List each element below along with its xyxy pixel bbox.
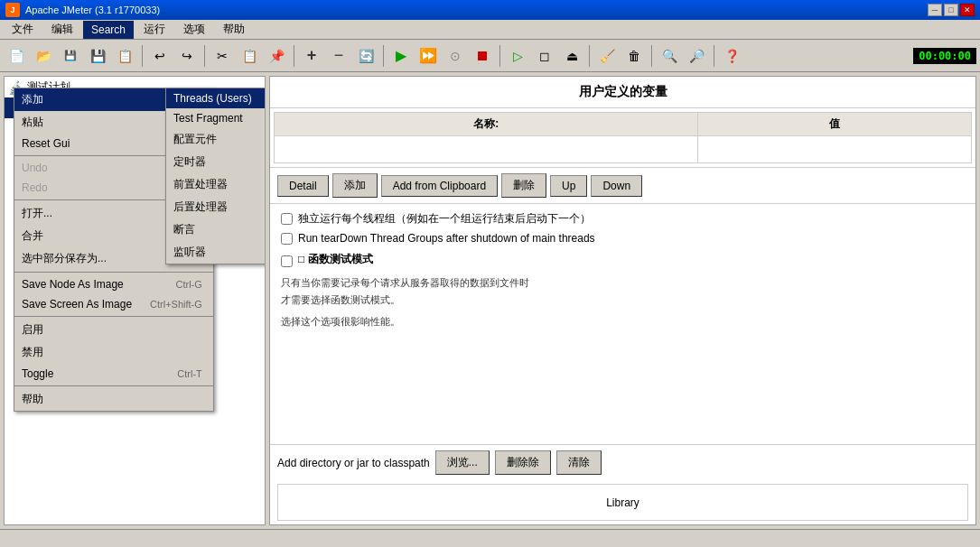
toolbar-start-no-pause[interactable]: ⏩ (415, 43, 441, 69)
action-buttons-row: Detail 添加 Add from Clipboard 删除 Up Down (270, 167, 975, 204)
delete-button[interactable]: 删除 (501, 173, 546, 198)
detail-button[interactable]: Detail (277, 175, 329, 197)
toolbar-save[interactable]: 💾 (85, 43, 110, 69)
toolbar-sep2 (204, 45, 205, 67)
menu-options[interactable]: 选项 (175, 19, 213, 40)
ctx1-sep5 (14, 385, 213, 386)
ctx1-toggle[interactable]: Toggle Ctrl-T (14, 364, 213, 384)
functional-mode-desc2: 才需要选择函数测试模式。 (281, 293, 965, 307)
ctx1-undo-label: Undo (22, 162, 48, 174)
ctx1-save-screen-shortcut: Ctrl+Shift-G (150, 299, 202, 310)
functional-mode-title: □ 函数测试模式 (298, 252, 373, 267)
toolbar-sep6 (589, 45, 590, 67)
ctx1-save-screen[interactable]: Save Screen As Image Ctrl+Shift-G (14, 294, 213, 314)
toolbar-remote-exit[interactable]: ⏏ (559, 43, 584, 69)
close-button[interactable]: ✕ (960, 4, 975, 16)
up-button[interactable]: Up (550, 175, 587, 197)
ctx1-enable[interactable]: 启用 (14, 319, 213, 341)
toolbar-paste[interactable]: 📌 (264, 43, 289, 69)
ctx2-postproc[interactable]: 后置处理器 ▶ (166, 196, 266, 218)
ctx2-listener[interactable]: 监听器 ▶ (166, 241, 266, 264)
ctx2-preproc-label: 前置处理器 (173, 177, 228, 192)
checkbox-teardown[interactable] (281, 233, 293, 245)
ctx2-timer[interactable]: 定时器 ▶ (166, 151, 266, 173)
toolbar-new[interactable]: 📄 (4, 43, 29, 69)
title-bar-left: J Apache JMeter (3.1 r1770033) (5, 3, 165, 17)
ctx2-threads-label: Threads (Users) (173, 92, 252, 105)
ctx1-save-screen-label: Save Screen As Image (22, 298, 132, 311)
add-button[interactable]: 添加 (332, 173, 378, 198)
ctx2-test-fragment[interactable]: Test Fragment ▶ (166, 108, 266, 128)
toolbar-copy[interactable]: 📋 (237, 43, 262, 69)
toolbar-validate[interactable]: ⊙ (443, 43, 468, 69)
ctx1-disable[interactable]: 禁用 (14, 341, 213, 364)
ctx2-test-fragment-label: Test Fragment (173, 112, 243, 125)
maximize-button[interactable]: □ (944, 4, 958, 16)
functional-mode-row: □ 函数测试模式 (281, 252, 965, 271)
toolbar-save-template[interactable]: 💾 (58, 43, 83, 69)
menu-edit[interactable]: 编辑 (43, 19, 81, 40)
toolbar-clear-all[interactable]: 🔄 (353, 43, 378, 69)
status-bar (0, 529, 980, 547)
checkbox-independent-run[interactable] (281, 213, 293, 225)
ctx1-open-label: 打开... (22, 206, 52, 221)
ctx1-redo-label: Redo (22, 181, 48, 194)
toolbar-remote-start[interactable]: ▷ (505, 43, 530, 69)
menu-file[interactable]: 文件 (4, 19, 42, 40)
menu-search[interactable]: Search (83, 21, 134, 39)
toolbar-saveas[interactable]: 📋 (112, 43, 137, 69)
ctx1-merge-label: 合并 (22, 228, 43, 244)
ctx1-save-node[interactable]: Save Node As Image Ctrl-G (14, 274, 213, 294)
variables-table: 名称: 值 (274, 112, 972, 163)
classpath-delete-button[interactable]: 删除除 (495, 450, 551, 475)
ctx2-threads[interactable]: Threads (Users) ▶ (166, 88, 266, 108)
toolbar-stop[interactable]: ⏹ (470, 43, 495, 69)
ctx1-save-selection-label: 选中部分保存为... (22, 251, 107, 266)
ctx1-help[interactable]: 帮助 (14, 388, 213, 411)
toolbar-sep3 (294, 45, 294, 67)
col-value-header: 值 (698, 113, 972, 136)
toolbar-search[interactable]: 🔍 (657, 43, 682, 69)
toolbar-start[interactable]: ▶ (388, 43, 414, 69)
library-header-row: Library (278, 485, 968, 521)
classpath-label: Add directory or jar to classpath (277, 457, 430, 469)
toolbar-clear-all2[interactable]: 🗑 (621, 43, 647, 69)
context-menu-2: Threads (Users) ▶ Test Fragment ▶ 配置元件 ▶… (165, 88, 266, 264)
toolbar-add[interactable]: + (299, 43, 324, 69)
toolbar-reset[interactable]: 🔎 (684, 43, 709, 69)
toolbar-cut[interactable]: ✂ (210, 43, 235, 69)
ctx2-postproc-label: 后置处理器 (173, 199, 228, 215)
ctx1-reset-gui-label: Reset Gui (22, 137, 70, 150)
toolbar-clear[interactable]: 🧹 (594, 43, 620, 69)
minimize-button[interactable]: ─ (928, 4, 942, 16)
add-from-clipboard-button[interactable]: Add from Clipboard (381, 175, 498, 197)
toolbar-undo[interactable]: ↩ (147, 43, 173, 69)
functional-mode-desc3: 选择这个选项很影响性能。 (281, 315, 965, 329)
ctx2-assert[interactable]: 断言 ▶ (166, 218, 266, 241)
menu-help[interactable]: 帮助 (215, 19, 253, 40)
toolbar-open[interactable]: 📂 (31, 43, 56, 69)
library-header: Library (278, 485, 968, 521)
toolbar-help[interactable]: ❓ (719, 43, 744, 69)
checkbox-independent-run-label: 独立运行每个线程组（例如在一个组运行结束后启动下一个） (298, 211, 591, 227)
down-button[interactable]: Down (591, 175, 642, 197)
toolbar-redo[interactable]: ↪ (174, 43, 200, 69)
ctx1-disable-label: 禁用 (22, 345, 43, 360)
ctx1-sep3 (14, 272, 213, 273)
classpath-clear-button[interactable]: 清除 (556, 450, 602, 475)
browse-button[interactable]: 浏览... (435, 450, 490, 475)
ctx1-toggle-label: Toggle (22, 367, 53, 380)
toolbar: 📄 📂 💾 💾 📋 ↩ ↪ ✂ 📋 📌 + − 🔄 ▶ ⏩ ⊙ ⏹ ▷ ◻ ⏏ … (0, 40, 980, 72)
ctx2-config[interactable]: 配置元件 ▶ (166, 128, 266, 151)
toolbar-remote-stop[interactable]: ◻ (532, 43, 557, 69)
toolbar-remove[interactable]: − (326, 43, 351, 69)
menu-run[interactable]: 运行 (135, 19, 173, 40)
ctx2-config-label: 配置元件 (173, 132, 217, 147)
checkbox-functional-mode[interactable] (281, 255, 293, 267)
ctx2-preproc[interactable]: 前置处理器 ▶ (166, 173, 266, 196)
variables-table-section: 名称: 值 (270, 108, 975, 167)
tree-panel: 🔬 测试计划 🖥 工作台 添加 ▶ 粘贴 Ctrl-V Reset Gui (4, 76, 266, 525)
ctx1-enable-label: 启用 (22, 322, 43, 338)
ctx1-paste-label: 粘贴 (22, 115, 43, 130)
toolbar-sep1 (142, 45, 143, 67)
